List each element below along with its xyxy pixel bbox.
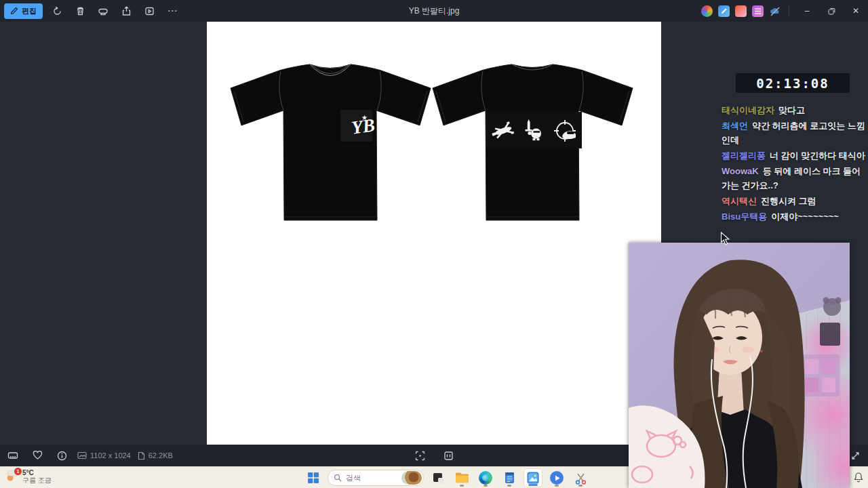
fit-screen-icon	[415, 451, 425, 461]
snipping-tool-button[interactable]	[571, 468, 590, 487]
chat-username: 태식이네감자	[722, 105, 774, 115]
task-view-icon	[432, 472, 445, 485]
potplayer-button[interactable]	[547, 468, 566, 487]
delete-button[interactable]	[71, 2, 89, 20]
back-logo-band	[486, 112, 582, 148]
chat-list: 태식이네감자맞다고최섹언약간 허리츰에 로고잇는 느낌인데젤리젤리퐁너 감이 맞…	[722, 103, 866, 225]
running-indicator	[578, 485, 583, 487]
minimize-icon: –	[805, 6, 810, 16]
chat-message: WoowaK등 뒤에 레이스 마크 들어가는 건가요..?	[722, 164, 866, 192]
trash-icon	[75, 6, 85, 16]
rotate-icon	[52, 6, 62, 16]
running-indicator	[507, 485, 511, 487]
folder-icon	[455, 472, 469, 484]
bell-icon	[853, 472, 864, 483]
titlebar: 편집 ⋯ YB 반팔티.jpg	[0, 0, 868, 22]
more-icon: ⋯	[167, 5, 178, 17]
close-icon: ✕	[852, 6, 859, 16]
chat-message: 태식이네감자맞다고	[722, 103, 866, 117]
rotate-button[interactable]	[48, 2, 66, 20]
info-button[interactable]	[53, 447, 71, 464]
search-highlight-image[interactable]	[401, 471, 422, 485]
chat-message: 역시택신진행시켜 그럼	[722, 194, 866, 208]
actual-size-button[interactable]	[439, 447, 457, 464]
running-indicator	[484, 485, 488, 487]
weather-badge: 1	[14, 468, 22, 475]
titlebar-divider	[789, 5, 789, 16]
edit-button[interactable]: 편집	[4, 3, 43, 19]
weather-icon: 1	[5, 470, 19, 483]
stream-timer: 02:13:08	[736, 73, 850, 93]
fit-to-window-button[interactable]	[411, 447, 429, 464]
favorite-button[interactable]	[28, 447, 46, 464]
dimensions-value: 1102 x 1024	[90, 451, 131, 460]
webcam-overlay	[629, 243, 850, 488]
task-view-button[interactable]	[429, 468, 448, 487]
chat-text: 맞다고	[778, 105, 805, 115]
chat-text: 너 감이 맞긴하다 태식아	[770, 150, 865, 161]
chat-username: 젤리젤리퐁	[722, 150, 766, 161]
print-icon	[98, 6, 108, 16]
edge-button[interactable]	[476, 468, 495, 487]
running-indicator	[460, 485, 464, 487]
file-size: 62.2KB	[138, 451, 173, 460]
info-icon	[57, 451, 67, 461]
photos-app-button[interactable]	[524, 468, 542, 487]
weather-condition: 구름 조금	[22, 476, 52, 484]
file-icon	[138, 451, 145, 460]
visual-search-icon[interactable]	[701, 5, 713, 17]
heart-icon	[33, 451, 43, 460]
image-viewer-canvas: YB ★	[207, 22, 661, 445]
running-indicator	[555, 485, 559, 487]
print-button[interactable]	[94, 2, 112, 20]
pencil-icon	[10, 7, 18, 15]
chat-username: Bisu무택용	[722, 211, 767, 222]
taskbar-search[interactable]	[328, 470, 424, 486]
weather-temperature: 5°C	[22, 469, 52, 476]
more-button[interactable]: ⋯	[163, 2, 181, 20]
start-button[interactable]	[304, 468, 323, 487]
maximize-button[interactable]	[822, 1, 841, 20]
photos-app-window: 편집 ⋯ YB 반팔티.jpg	[0, 0, 868, 488]
weather-widget[interactable]: 1 5°C 구름 조금	[5, 469, 52, 484]
edge-icon	[479, 471, 492, 485]
front-logo-star: ★	[361, 114, 368, 121]
notification-bell-button[interactable]	[853, 472, 864, 485]
filesize-value: 62.2KB	[149, 451, 173, 460]
running-indicator-active	[528, 484, 538, 486]
chat-username: 최섹언	[722, 121, 748, 131]
cloud-unsynced-icon[interactable]	[769, 5, 781, 17]
chat-message: 젤리젤리퐁너 감이 맞긴하다 태식아	[722, 148, 866, 163]
filmstrip-icon	[7, 451, 18, 460]
toolbar: 편집 ⋯	[4, 0, 181, 22]
chat-text: 진행시켜 그럼	[761, 196, 816, 206]
share-icon	[121, 6, 132, 16]
potplayer-icon	[550, 471, 564, 485]
front-tshirt: YB ★	[231, 64, 431, 220]
filmstrip-toggle-button[interactable]	[4, 447, 22, 464]
minimize-button[interactable]: –	[797, 1, 816, 20]
share-button[interactable]	[117, 2, 135, 20]
photos-icon	[526, 471, 540, 485]
edit-button-label: 편집	[22, 6, 37, 16]
mouse-cursor	[720, 232, 730, 248]
notepad-button[interactable]	[500, 468, 519, 487]
edit-image-icon[interactable]	[718, 5, 730, 17]
slideshow-button[interactable]	[140, 2, 158, 20]
restore-icon	[828, 7, 835, 15]
windows-logo-icon	[307, 471, 320, 485]
cloud-slash-icon	[769, 5, 781, 18]
image-dimensions: 1102 x 1024	[77, 451, 131, 460]
designer-icon[interactable]	[735, 5, 747, 17]
search-icon	[334, 474, 342, 482]
clipchamp-icon[interactable]	[752, 5, 764, 17]
slideshow-icon	[144, 6, 155, 16]
close-button[interactable]: ✕	[846, 1, 865, 20]
tshirt-design-image: YB ★	[207, 22, 661, 445]
file-explorer-button[interactable]	[452, 468, 471, 487]
search-input[interactable]	[346, 474, 393, 482]
pencil-glyph-icon	[718, 5, 730, 17]
titlebar-right: – ✕	[701, 0, 865, 22]
notepad-icon	[504, 471, 515, 485]
chat-text: 이제야~~~~~~~~	[771, 211, 839, 222]
